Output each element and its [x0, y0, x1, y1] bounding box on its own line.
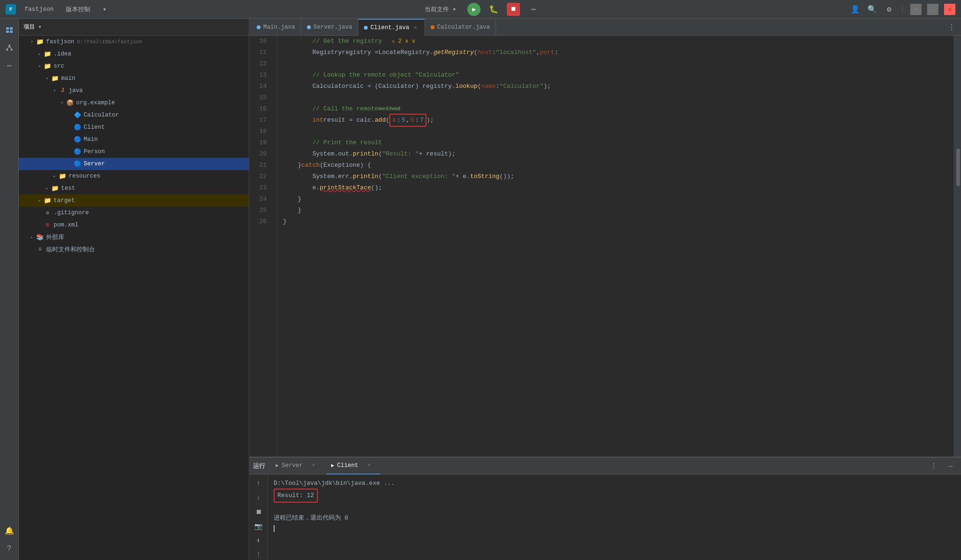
tab-calculator[interactable]: Calculator.java — [425, 19, 496, 36]
class-icon-person: 🔵 — [73, 148, 82, 156]
arrow-src: ▾ — [36, 62, 43, 70]
tab-main[interactable]: Main.java — [251, 19, 301, 36]
code-content[interactable]: // Get the registry ⚠ 2 ∧ ∨ Registry reg… — [277, 36, 953, 457]
run-button[interactable]: ▶ — [467, 3, 480, 16]
sidebar-icon-project[interactable] — [2, 23, 17, 38]
tree-item-src[interactable]: ▾ 📁 src — [19, 60, 249, 72]
debug-button[interactable]: 🐛 — [488, 4, 499, 15]
package-icon-org-example: 📦 — [66, 99, 74, 107]
search-button[interactable]: 🔍 — [866, 4, 878, 15]
tab-label-client: Client.java — [370, 24, 410, 31]
ln-17: 17 — [249, 115, 271, 126]
sidebar-icon-help[interactable]: ? — [2, 541, 17, 556]
arrow-main: ▾ — [43, 75, 51, 82]
editor-scrollbar[interactable] — [953, 36, 961, 457]
console-screenshot-btn[interactable]: 📷 — [252, 521, 265, 531]
arrow-target: ▸ — [36, 197, 43, 204]
tree-item-idea[interactable]: ▸ 📁 .idea — [19, 48, 249, 60]
svg-point-6 — [11, 49, 13, 51]
bottom-tabs: 运行 ▶ Server ✕ ▶ Client ✕ ⋮ — — [249, 458, 961, 474]
arrow-idea: ▸ — [36, 50, 43, 58]
folder-icon-resources: 📁 — [58, 172, 67, 180]
maximize-button[interactable]: □ — [927, 4, 938, 15]
tree-item-person[interactable]: 🔵 Person — [19, 146, 249, 158]
tree-item-scratch[interactable]: ≡ 临时文件和控制台 — [19, 243, 249, 256]
ln-19: 19 — [249, 137, 271, 148]
tree-label-main-class: Main — [84, 136, 98, 143]
bottom-tab-server-close[interactable]: ✕ — [307, 457, 320, 474]
tree-item-fastjson[interactable]: ▾ 📁 fastjson D:\Tool\IDEA\fastjson — [19, 36, 249, 48]
tree-item-java[interactable]: ▾ J java — [19, 85, 249, 97]
settings-button[interactable]: ⚙ — [883, 4, 895, 15]
sidebar-icon-notifications[interactable]: 🔔 — [2, 523, 17, 538]
tab-server[interactable]: Server.java — [301, 19, 359, 36]
arrow-fastjson: ▾ — [28, 38, 36, 46]
tree-item-client[interactable]: 🔵 Client — [19, 121, 249, 133]
java-icon: J — [58, 86, 67, 95]
vcs-label[interactable]: 版本控制 — [62, 3, 94, 16]
code-line-24: } — [283, 194, 953, 205]
close-button[interactable]: ✕ — [944, 4, 955, 15]
console-cursor-line — [274, 523, 955, 534]
tree-item-server[interactable]: 🔵 Server — [19, 158, 249, 170]
account-button[interactable]: 👤 — [850, 4, 861, 15]
console-down-btn[interactable]: ↓ — [252, 492, 265, 503]
tree-label-java: java — [69, 87, 83, 94]
bottom-tab-client-close[interactable]: ✕ — [363, 457, 376, 474]
code-line-16: // Call the remote method — [283, 103, 953, 115]
arrow-main-class — [66, 136, 73, 143]
tab-label-server: Server.java — [314, 24, 353, 31]
console-more2-btn[interactable]: ⋮ — [252, 550, 265, 560]
separator — [902, 5, 903, 14]
code-line-12 — [283, 58, 953, 70]
cursor-blink — [274, 525, 275, 532]
minimize-button[interactable]: — — [910, 4, 922, 15]
console-content[interactable]: D:\Tool\java\jdk\bin\java.exe ... Result… — [268, 474, 961, 560]
tree-item-pom[interactable]: m pom.xml — [19, 219, 249, 231]
tree-item-test[interactable]: ▸ 📁 test — [19, 182, 249, 194]
tree-item-gitignore[interactable]: ⊘ .gitignore — [19, 207, 249, 219]
console-up-btn[interactable]: ↑ — [252, 478, 265, 489]
current-file-label[interactable]: 当前文件 ▾ — [421, 3, 460, 16]
bottom-tab-client[interactable]: ▶ Client ✕ — [326, 458, 380, 474]
sidebar-icon-more[interactable]: ⋯ — [2, 58, 17, 73]
bottom-tab-server-label: Server — [282, 462, 303, 469]
sidebar-icon-structure[interactable] — [2, 40, 17, 55]
tree-item-main-class[interactable]: 🔵 Main — [19, 133, 249, 146]
bottom-tab-server[interactable]: ▶ Server ✕ — [271, 458, 324, 474]
main-layout: ⋯ 🔔 ? 项目 ▾ ▾ 📁 fastjson D:\Tool\IDEA\fas… — [0, 19, 961, 560]
bottom-tab-server-icon: ▶ — [276, 462, 279, 468]
tree-label-gitignore: .gitignore — [54, 210, 89, 216]
bottom-hide-btn[interactable]: — — [944, 459, 957, 473]
tree-item-main[interactable]: ▾ 📁 main — [19, 72, 249, 85]
tab-more-button[interactable]: ⋮ — [944, 23, 959, 32]
console-download-btn[interactable]: ⬇ — [252, 535, 265, 545]
tab-client[interactable]: Client.java ✕ — [358, 19, 425, 36]
class-icon-main: 🔵 — [73, 135, 82, 144]
ln-22: 22 — [249, 171, 271, 182]
arrow-scratch — [28, 246, 36, 253]
line-numbers: 10 11 12 13 14 15 16 17 18 19 20 21 22 2… — [249, 36, 277, 457]
ln-18: 18 — [249, 126, 271, 137]
project-tree-header[interactable]: 项目 ▾ — [19, 19, 249, 36]
tab-close-client[interactable]: ✕ — [412, 24, 419, 31]
code-line-19: // Print the result — [283, 137, 953, 148]
vcs-chevron[interactable]: ▾ — [99, 4, 110, 15]
arrow-java: ▾ — [51, 87, 58, 94]
more-button[interactable]: ⋯ — [528, 4, 539, 15]
tree-item-target[interactable]: ▸ 📁 target — [19, 194, 249, 207]
scrollbar-thumb[interactable] — [956, 148, 960, 186]
project-name[interactable]: fastjson — [21, 4, 57, 15]
tree-item-calculator[interactable]: 🔷 Calculator — [19, 109, 249, 121]
bottom-more-btn[interactable]: ⋮ — [927, 459, 940, 473]
console-area: ↑ ↓ ⏹ 📷 ⬇ ⋮ D:\Tool\java\jdk\bin\java.ex… — [249, 474, 961, 560]
tab-label-calculator: Calculator.java — [437, 24, 490, 31]
tree-item-ext-libs[interactable]: ▸ 📚 外部库 — [19, 231, 249, 243]
console-stop-btn[interactable]: ⏹ — [252, 507, 265, 517]
arrow-ext-libs: ▸ — [28, 233, 36, 241]
gitignore-icon: ⊘ — [43, 209, 52, 217]
tree-item-resources[interactable]: ▸ 📁 resources — [19, 170, 249, 182]
tree-item-org-example[interactable]: ▾ 📦 org.example — [19, 97, 249, 109]
tree-label-scratch: 临时文件和控制台 — [46, 246, 95, 254]
stop-button[interactable]: ⏹ — [507, 3, 520, 16]
